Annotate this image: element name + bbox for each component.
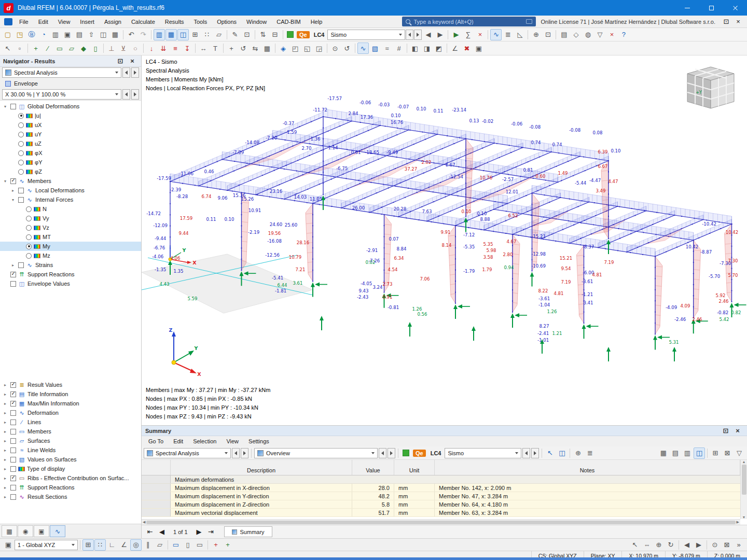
member-icon[interactable]: ▭ [54,43,65,54]
option-ribs-effective-contribution-on-surfac[interactable]: ▸▭Ribs - Effective Contribution on Surfa… [0,473,141,483]
navigator-toggle-icon[interactable]: ▥ [154,29,165,40]
opening-icon[interactable]: ▯ [90,43,101,54]
result-grid-icon[interactable]: # [393,43,405,54]
float-panel-icon[interactable]: ⊡ [721,16,732,27]
option-members[interactable]: ▸▭Members [0,427,141,436]
workplane-toggle-icon[interactable]: ▱ [154,539,165,551]
previous-loadcase-button[interactable] [406,30,413,40]
summary-loadcase-combo[interactable]: Sismo [445,448,521,458]
delete-results-icon[interactable]: × [474,29,486,40]
scroll-left-icon[interactable]: ◀ [143,520,145,524]
array-icon[interactable]: ▦ [261,43,273,54]
load-levels-icon[interactable]: ⇅ [257,29,269,40]
option-max-min-information[interactable]: ▸▦Max/Min Information [0,399,141,408]
checkbox[interactable] [10,178,16,184]
checkbox[interactable] [10,438,16,444]
result-surface-icon[interactable]: ▧ [369,43,381,54]
option-type-of-display[interactable]: ▸Type of display [0,464,141,473]
header-unit[interactable]: Unit [394,460,435,475]
tree-item-y[interactable]: φY [0,158,141,167]
model-3d-view[interactable]: XYZXY+Y-17.57-11.72-0.06-0.03-0.070.100.… [142,55,747,425]
option-surfaces[interactable]: ▸▱Surfaces [0,436,141,445]
edit-icon[interactable]: ✎ [229,29,241,40]
option-deformation[interactable]: ▸∿Deformation [0,408,141,417]
expand-icon[interactable]: ▸ [2,429,8,434]
expand-icon[interactable]: ▸ [2,383,8,387]
option-support-reactions[interactable]: ▸⇈Support Reactions [0,483,141,492]
expand-icon[interactable]: ▸ [2,467,8,471]
summary-view-combo[interactable]: Overview [254,448,378,458]
navigator-tab-data[interactable]: ▦ [2,525,17,537]
checkbox[interactable] [10,382,16,388]
pan-mode-icon[interactable]: ⇔ [641,539,653,551]
summary-menu-go-to[interactable]: Go To [144,438,168,444]
zoom-previous-icon[interactable]: ↺ [341,43,353,54]
result-values-icon[interactable]: ≣ [502,29,514,40]
checkbox[interactable] [10,410,16,416]
tree-item-my[interactable]: My [0,242,141,251]
radio-button[interactable] [18,169,24,175]
print-icon[interactable]: ▤ [74,29,85,40]
checkbox[interactable] [10,466,16,472]
tree-item-members[interactable]: ▾∿Members [0,176,141,186]
menu-help[interactable]: Help [306,19,327,25]
table-export-icon[interactable]: ▥ [682,447,693,459]
summary-group-row[interactable]: Maximum deformations [142,475,740,484]
collapse-icon[interactable]: ▾ [2,104,8,109]
tree-item-x[interactable]: φX [0,148,141,158]
nodal-support-icon[interactable]: ⊥ [106,43,117,54]
header-notes[interactable]: Notes [435,460,740,475]
menu-cad-bim[interactable]: CAD-BIM [272,19,305,25]
grid-icon[interactable]: ∷ [201,29,213,40]
filter-table-icon[interactable]: ▽ [734,447,745,459]
checkbox[interactable] [10,494,16,500]
menu-calculate[interactable]: Calculate [127,19,160,25]
tree-item-global-deformations[interactable]: ▾◫Global Deformations [0,102,141,111]
menu-results[interactable]: Results [160,19,189,25]
camera-icon[interactable]: ▣ [473,43,485,54]
summary-next-analysis-button[interactable] [241,448,248,458]
close-panel-icon[interactable]: × [127,55,138,67]
result-beam-icon[interactable]: ∿ [357,43,369,54]
clipping-icon[interactable]: ⊠ [721,539,732,551]
summary-menu-view[interactable]: View [222,438,243,444]
snap-icon[interactable]: ⊞ [189,29,201,40]
expand-icon[interactable]: ▸ [2,392,8,397]
next-loadcase-button[interactable] [414,30,422,40]
line-load-icon[interactable]: ⇊ [158,43,169,54]
option-line-welds[interactable]: ▸≈Line Welds [0,445,141,455]
coordinate-system-icon[interactable]: ▣ [3,539,14,551]
solid-icon[interactable]: ◆ [78,43,89,54]
coordinate-system-combo[interactable]: 1 - Global XYZ [15,540,78,550]
option-lines[interactable]: ▸∕Lines [0,417,141,427]
bluebeam-icon[interactable]: Ⓑ [26,29,37,40]
plane-yz-icon[interactable]: ▯ [182,539,193,551]
tree-item-mt[interactable]: MT [0,232,141,242]
expand-icon[interactable]: ▸ [2,457,8,462]
next-view-icon[interactable]: ▶ [693,539,704,551]
clipping-box-icon[interactable]: ◇ [570,29,582,40]
close-panel-icon[interactable]: × [732,16,744,27]
tree-item-internal-forces[interactable]: ▾∿Internal Forces [0,195,141,204]
option-result-sections[interactable]: ▸∿Result Sections [0,492,141,501]
option-result-values[interactable]: ▸≣Result Values [0,380,141,389]
tree-item-support-reactions[interactable]: ⇈Support Reactions [0,270,141,279]
menu-view[interactable]: View [53,19,75,25]
more-icon[interactable]: » [733,539,744,551]
undo-icon[interactable]: ↶ [126,29,137,40]
tree-item-vy[interactable]: Vy [0,214,141,223]
ortho-toggle-icon[interactable]: ∟ [106,539,118,551]
filter-objects-icon[interactable]: ▽ [594,29,605,40]
next-loadcase-icon[interactable]: ▶ [434,29,446,40]
expand-icon[interactable]: ▸ [2,448,8,453]
measure-icon[interactable]: ∠ [449,43,461,54]
visibility-mode-icon[interactable]: ◍ [582,29,593,40]
expand-icon[interactable]: ▸ [2,476,8,481]
summary-table-row[interactable]: Maximum displacement in Y-direction48.2m… [142,492,740,500]
summary-previous-analysis-button[interactable] [232,448,240,458]
radio-button[interactable] [26,253,32,259]
summary-menu-settings[interactable]: Settings [244,438,274,444]
run-calculation-icon[interactable]: ▶ [450,29,462,40]
full-model-icon[interactable]: ⊙ [709,539,721,551]
pin-panel-icon[interactable]: ⊡ [115,55,126,67]
